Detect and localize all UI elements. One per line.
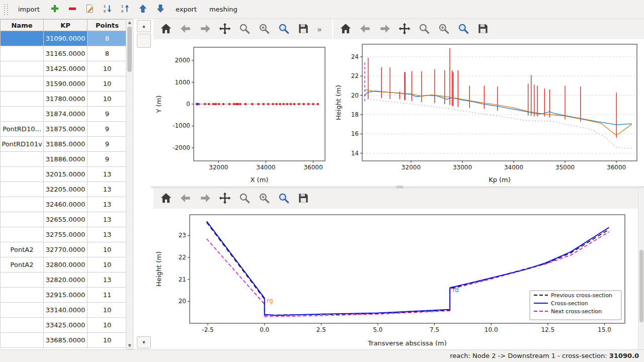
table-cell-name[interactable] bbox=[1, 182, 44, 197]
sort-descending-button[interactable]: 19 bbox=[117, 2, 133, 17]
back-button[interactable] bbox=[177, 21, 194, 37]
table-row[interactable]: 33425.000010 bbox=[1, 318, 127, 333]
table-cell-kp[interactable]: 31780.0000 bbox=[44, 92, 88, 107]
forward-button[interactable] bbox=[197, 21, 214, 37]
left-panel-scrollbar[interactable]: ▲ ▼ bbox=[137, 20, 151, 348]
edit-button[interactable] bbox=[82, 2, 98, 17]
pan-button[interactable] bbox=[216, 191, 233, 207]
table-row[interactable]: 33685.000010 bbox=[1, 333, 127, 348]
table-cell-points[interactable]: 13 bbox=[88, 227, 127, 242]
plan-view-plot[interactable]: 320003400036000-2000-1000010002000X (m)Y… bbox=[153, 39, 332, 186]
zoom-button[interactable] bbox=[236, 21, 253, 37]
table-cell-points[interactable]: 8 bbox=[88, 31, 127, 46]
table-cell-name[interactable] bbox=[1, 46, 44, 61]
sort-ascending-button[interactable]: 19 bbox=[100, 2, 116, 17]
table-cell-kp[interactable]: 33425.0000 bbox=[44, 318, 88, 333]
subplots-button[interactable] bbox=[256, 191, 273, 207]
back-button[interactable] bbox=[177, 191, 194, 207]
table-cell-kp[interactable]: 32655.0000 bbox=[44, 212, 88, 227]
table-row[interactable]: 31874.00009 bbox=[1, 107, 127, 122]
table-cell-kp[interactable]: 32755.0000 bbox=[44, 227, 88, 242]
table-cell-points[interactable]: 10 bbox=[88, 76, 127, 92]
table-cell-name[interactable]: PontRD10... bbox=[1, 122, 44, 137]
table-cell-name[interactable] bbox=[1, 107, 44, 122]
table-cell-name[interactable] bbox=[1, 333, 44, 348]
table-cell-points[interactable]: 10 bbox=[88, 257, 127, 273]
table-cell-points[interactable]: 8 bbox=[88, 46, 127, 61]
table-cell-points[interactable]: 10 bbox=[88, 92, 127, 107]
table-cell-name[interactable] bbox=[1, 318, 44, 333]
table-row[interactable]: 32015.000013 bbox=[1, 167, 127, 182]
table-row[interactable]: PontRD101v31885.00009 bbox=[1, 137, 127, 152]
cross-section-plot[interactable]: rgrd-2.50.02.55.07.510.012.515.020212223… bbox=[153, 209, 638, 349]
table-row[interactable]: 31780.000010 bbox=[1, 92, 127, 107]
pan-button[interactable] bbox=[216, 21, 233, 37]
table-cell-points[interactable]: 10 bbox=[88, 303, 127, 318]
toolbar-overflow-button[interactable]: » bbox=[317, 25, 322, 34]
table-cell-name[interactable] bbox=[1, 76, 44, 92]
table-cell-points[interactable]: 13 bbox=[88, 273, 127, 288]
table-cell-points[interactable]: 9 bbox=[88, 152, 127, 167]
table-row[interactable]: 31090.00008 bbox=[1, 31, 127, 46]
menu-meshing[interactable]: meshing bbox=[204, 3, 243, 16]
move-up-button[interactable] bbox=[135, 2, 151, 17]
table-cell-name[interactable] bbox=[1, 61, 44, 76]
back-button[interactable] bbox=[357, 21, 374, 37]
save-button[interactable] bbox=[474, 21, 492, 37]
table-cell-name[interactable] bbox=[1, 227, 44, 242]
table-cell-name[interactable] bbox=[1, 197, 44, 212]
table-cell-points[interactable]: 11 bbox=[88, 288, 127, 303]
table-cell-name[interactable] bbox=[1, 31, 44, 46]
table-cell-kp[interactable]: 32820.0000 bbox=[44, 273, 88, 288]
table-cell-name[interactable] bbox=[1, 92, 44, 107]
table-row[interactable]: 31886.00009 bbox=[1, 152, 127, 167]
table-row[interactable]: 32915.000011 bbox=[1, 288, 127, 303]
table-cell-name[interactable]: PontA2 bbox=[1, 257, 44, 273]
home-button[interactable] bbox=[337, 21, 354, 37]
customize-button[interactable] bbox=[275, 21, 292, 37]
panel-scrollbar-track[interactable] bbox=[137, 48, 151, 336]
home-button[interactable] bbox=[157, 21, 175, 37]
zoom-button[interactable] bbox=[416, 21, 433, 37]
save-button[interactable] bbox=[295, 191, 312, 207]
scroll-down-button[interactable]: ▼ bbox=[137, 336, 151, 348]
home-button[interactable] bbox=[157, 191, 175, 207]
table-cell-kp[interactable]: 31090.0000 bbox=[44, 31, 88, 46]
table-scrollbar[interactable]: ▲ ▼ bbox=[126, 19, 133, 349]
move-down-button[interactable] bbox=[152, 2, 169, 17]
panel-scrollbar-thumb[interactable] bbox=[137, 34, 151, 48]
table-cell-points[interactable]: 10 bbox=[88, 242, 127, 257]
scroll-up-arrow-icon[interactable]: ▲ bbox=[128, 20, 131, 26]
table-row[interactable]: 31425.000010 bbox=[1, 61, 127, 76]
table-cell-points[interactable]: 13 bbox=[88, 197, 127, 212]
table-cell-kp[interactable]: 31590.0000 bbox=[44, 76, 88, 92]
scroll-down-arrow-icon[interactable]: ▼ bbox=[128, 343, 131, 349]
table-row[interactable]: 31590.000010 bbox=[1, 76, 127, 92]
table-cell-points[interactable]: 10 bbox=[88, 318, 127, 333]
table-cell-points[interactable]: 13 bbox=[88, 167, 127, 182]
table-cell-points[interactable]: 13 bbox=[88, 212, 127, 227]
table-cell-name[interactable] bbox=[1, 273, 44, 288]
subplots-button[interactable] bbox=[435, 21, 452, 37]
table-cell-kp[interactable]: 33685.0000 bbox=[44, 333, 88, 348]
bottom-scrollbar-thumb[interactable] bbox=[639, 250, 643, 322]
save-button[interactable] bbox=[295, 21, 312, 37]
table-row[interactable]: 32755.000013 bbox=[1, 227, 127, 242]
table-row[interactable]: 32655.000013 bbox=[1, 212, 127, 227]
column-header-name[interactable]: Name bbox=[1, 20, 44, 31]
table-cell-kp[interactable]: 31165.0000 bbox=[44, 46, 88, 61]
table-cell-name[interactable] bbox=[1, 167, 44, 182]
table-cell-kp[interactable]: 32800.0000 bbox=[44, 257, 88, 273]
table-row[interactable]: 31165.00008 bbox=[1, 46, 127, 61]
table-cell-points[interactable]: 13 bbox=[88, 182, 127, 197]
forward-button[interactable] bbox=[376, 21, 393, 37]
table-cell-points[interactable]: 9 bbox=[88, 122, 127, 137]
table-cell-name[interactable] bbox=[1, 152, 44, 167]
forward-button[interactable] bbox=[197, 191, 214, 207]
table-cell-name[interactable] bbox=[1, 303, 44, 318]
table-cell-kp[interactable]: 33140.0000 bbox=[44, 303, 88, 318]
table-cell-points[interactable]: 10 bbox=[88, 61, 127, 76]
table-row[interactable]: 32205.000013 bbox=[1, 182, 127, 197]
table-cell-kp[interactable]: 31886.0000 bbox=[44, 152, 88, 167]
table-cell-points[interactable]: 10 bbox=[88, 333, 127, 348]
